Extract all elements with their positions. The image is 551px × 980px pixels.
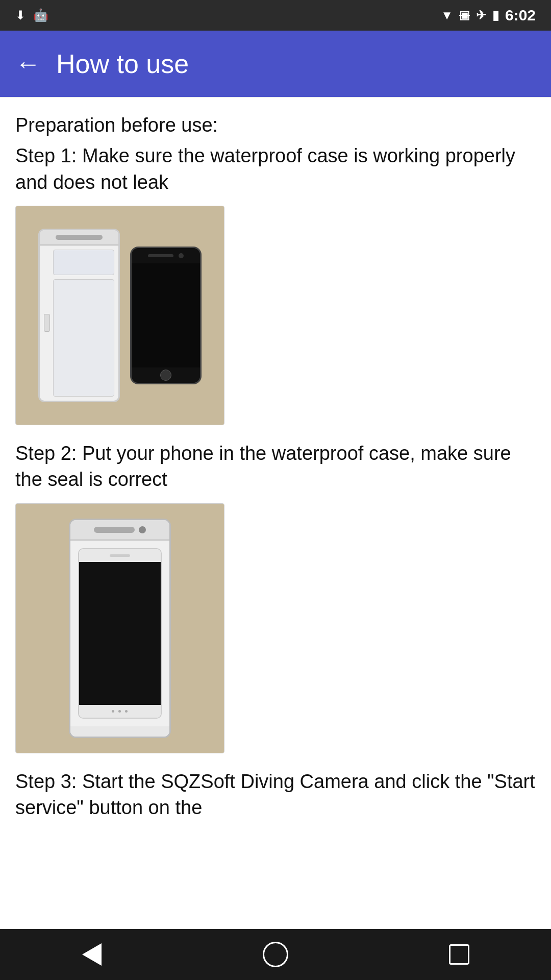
case-clip <box>56 235 103 240</box>
status-bar-left-icons: ⬇ 🤖 <box>15 8 48 22</box>
airplane-icon: ✈ <box>476 8 486 22</box>
step-1-image <box>15 206 224 425</box>
step-1-illustration <box>16 206 224 425</box>
nav-back-button[interactable] <box>74 937 110 972</box>
mic-dot-3 <box>125 710 128 713</box>
step-1-text: Step 1: Make sure the waterproof case is… <box>15 143 536 195</box>
case-open-illustration <box>38 229 120 402</box>
step-2-illustration <box>16 504 224 753</box>
nav-recents-button[interactable] <box>441 937 477 972</box>
back-button[interactable]: ← <box>15 51 41 77</box>
case-closed-illustration <box>69 519 171 738</box>
phone-camera <box>179 253 184 258</box>
section-header: Preparation before use: <box>15 113 536 138</box>
case-side-button <box>44 314 50 332</box>
bottom-nav <box>0 929 551 980</box>
status-bar-right-icons: ▼ ▣ ✈ ▮ 6:02 <box>441 7 536 24</box>
nav-home-button[interactable] <box>258 937 293 972</box>
step-3-text: Step 3: Start the SQZSoft Diving Camera … <box>15 769 536 821</box>
wifi-icon: ▼ <box>441 8 453 22</box>
case-phone-speaker <box>110 554 130 557</box>
phone-bottom <box>132 368 200 383</box>
phone-device-illustration <box>130 247 202 384</box>
android-icon: 🤖 <box>33 8 48 22</box>
step-2-text: Step 2: Put your phone in the waterproof… <box>15 440 536 493</box>
case-phone-top <box>79 549 161 562</box>
mic-dot-2 <box>118 710 121 713</box>
app-bar: ← How to use <box>0 31 551 97</box>
step-2-image <box>15 503 224 753</box>
nav-back-icon <box>82 943 102 966</box>
case-lock-bar <box>94 527 135 533</box>
phone-in-case <box>78 548 162 719</box>
case-phone-screen <box>79 562 161 705</box>
case-closed-top <box>70 520 169 541</box>
page-title: How to use <box>56 48 189 79</box>
case-top <box>40 230 118 246</box>
phone-top <box>132 248 200 263</box>
case-bottom <box>70 726 169 737</box>
case-lock-dot <box>139 526 146 533</box>
nav-home-icon <box>263 942 288 967</box>
time-display: 6:02 <box>505 7 536 24</box>
phone-screen <box>132 263 200 368</box>
case-phone-bottom <box>79 705 161 718</box>
content-area: Preparation before use: Step 1: Make sur… <box>0 97 551 929</box>
sim-icon: ▣ <box>459 9 470 22</box>
mic-dot-1 <box>112 710 114 713</box>
nav-recents-icon <box>449 944 469 965</box>
phone-home-btn <box>160 370 171 381</box>
battery-icon: ▮ <box>492 8 499 22</box>
download-icon: ⬇ <box>15 8 26 22</box>
status-bar: ⬇ 🤖 ▼ ▣ ✈ ▮ 6:02 <box>0 0 551 31</box>
phone-speaker <box>148 254 173 257</box>
